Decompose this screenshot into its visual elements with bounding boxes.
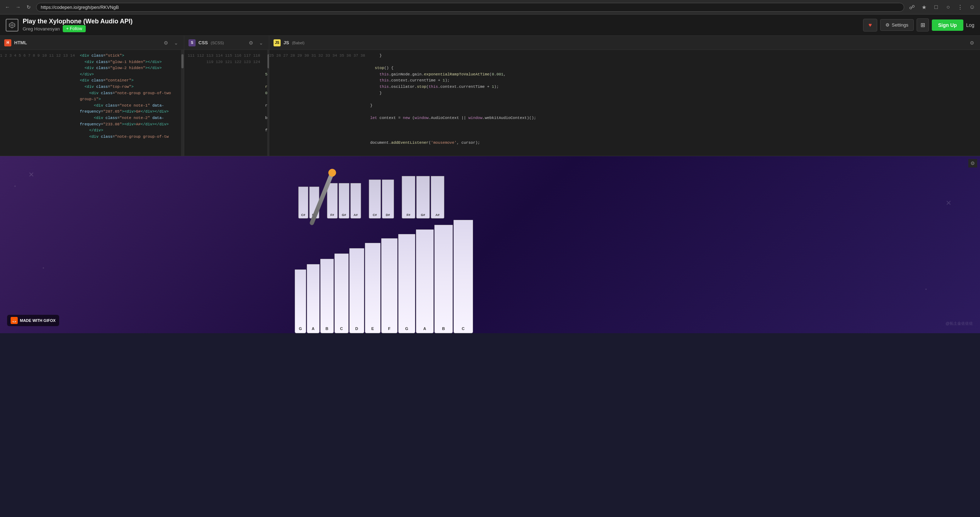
pen-title: Play the Xylophone (Web Audio API) xyxy=(23,18,863,25)
grid-button[interactable]: ⊞ xyxy=(916,18,929,32)
codepen-logo xyxy=(6,19,18,32)
css-collapse-icon[interactable]: ⌄ xyxy=(258,39,265,46)
sharp-label-gs1: G# xyxy=(342,213,346,217)
html-collapse-icon[interactable]: ⌄ xyxy=(173,39,180,46)
pen-info: Play the Xylophone (Web Audio API) Greg … xyxy=(23,18,863,33)
sharp-key-fs1[interactable]: F# xyxy=(327,183,338,219)
back-button[interactable]: ← xyxy=(3,3,12,12)
key-label-g1: G xyxy=(299,327,302,331)
js-sublabel: (Babel) xyxy=(292,41,304,45)
svg-line-1 xyxy=(9,24,12,26)
preview-area: ✕ ● ✕ ● ● C# D# F# G xyxy=(0,156,980,333)
key-c2[interactable]: C xyxy=(453,220,473,333)
key-b1[interactable]: B xyxy=(320,259,334,333)
key-label-f1: F xyxy=(388,327,390,331)
key-label-b1: B xyxy=(326,327,328,331)
refresh-button[interactable]: ↻ xyxy=(24,3,33,12)
deco-dot-1: ✕ xyxy=(29,170,34,179)
sharp-label-as1: A# xyxy=(353,213,358,217)
sharp-key-fs2[interactable]: F# xyxy=(402,176,415,219)
watermark-text: @拓土金佐佐佐 xyxy=(946,321,973,326)
profile-icon[interactable]: ○ xyxy=(943,2,953,12)
gifox-icon: 🦊 xyxy=(11,317,18,324)
login-button[interactable]: Log xyxy=(966,22,974,28)
sharp-key-gs2[interactable]: G# xyxy=(416,176,430,219)
sharp-label-fs1: F# xyxy=(330,213,334,217)
js-editor-content[interactable]: 25 26 27 28 29 30 31 32 33 34 35 36 37 3… xyxy=(269,50,980,156)
deco-dot-4: ● xyxy=(43,266,44,270)
key-g1[interactable]: G xyxy=(295,270,306,333)
user-avatar[interactable]: ☺ xyxy=(967,2,977,12)
key-g2[interactable]: G xyxy=(398,234,415,333)
key-c1[interactable]: C xyxy=(334,254,348,333)
browser-actions: ☍ ★ □ ○ ⋮ ☺ xyxy=(907,2,977,12)
sharp-label-cs1: C# xyxy=(301,213,305,217)
html-settings-icon[interactable]: ⚙ xyxy=(162,39,170,46)
sharp-group-3: C# D# xyxy=(369,179,394,219)
address-bar[interactable]: https://codepen.io/gregh/pen/RKVNgB xyxy=(36,3,904,12)
sharp-label-fs2: F# xyxy=(406,213,410,217)
browser-nav-buttons: ← → ↻ xyxy=(3,3,33,12)
css-panel: S CSS (SCSS) ⚙ ⌄ 111 112 113 114 115 116… xyxy=(184,36,269,156)
sharp-group-2: F# G# A# xyxy=(327,183,361,219)
key-a2[interactable]: A xyxy=(416,230,434,333)
preview-settings-button[interactable]: ⚙ xyxy=(968,159,977,168)
pen-author: Greg Hovanesyan + Follow xyxy=(23,25,863,32)
heart-button[interactable]: ♥ xyxy=(863,19,877,32)
settings-button[interactable]: ⚙ Settings xyxy=(880,19,914,31)
sharp-key-gs1[interactable]: G# xyxy=(339,183,349,219)
sharp-key-as1[interactable]: A# xyxy=(350,183,361,219)
xylophone-stage: C# D# F# G# A# C# xyxy=(291,176,532,333)
sharp-key-cs2[interactable]: C# xyxy=(369,179,381,219)
js-tab: JS JS (Babel) ⚙ xyxy=(269,36,980,50)
css-editor-content[interactable]: 111 112 113 114 115 116 117 118 119 120 … xyxy=(184,50,269,156)
header-actions: ♥ ⚙ Settings ⊞ Sign Up Log xyxy=(863,18,974,32)
star-icon[interactable]: ★ xyxy=(919,2,929,12)
css-line-numbers: 111 112 113 114 115 116 117 118 119 120 … xyxy=(184,50,263,156)
grid-icon: ⊞ xyxy=(921,22,925,28)
forward-button[interactable]: → xyxy=(13,3,23,12)
svg-line-5 xyxy=(9,24,12,26)
css-scrollbar[interactable] xyxy=(267,50,269,156)
sharp-key-as2[interactable]: A# xyxy=(431,176,444,219)
key-d1[interactable]: D xyxy=(349,248,364,333)
author-name: Greg Hovanesyan xyxy=(23,26,60,32)
natural-keys-bottom-row: G A B C D E F G A xyxy=(291,220,532,333)
html-scrollbar[interactable] xyxy=(181,50,184,156)
html-code-text: <div class="stick"> <div class="glow-1 h… xyxy=(78,50,181,156)
key-b2[interactable]: B xyxy=(434,225,453,333)
js-settings-icon[interactable]: ⚙ xyxy=(968,39,976,46)
sharp-label-as2: A# xyxy=(436,213,440,217)
deco-dot-3: ✕ xyxy=(946,199,951,207)
key-f1[interactable]: F xyxy=(381,238,398,333)
css-icon: S xyxy=(188,39,196,46)
svg-line-6 xyxy=(12,24,15,26)
sharp-label-ds2: D# xyxy=(386,213,390,217)
key-a1[interactable]: A xyxy=(307,264,320,333)
html-scrollbar-thumb xyxy=(181,54,183,68)
top-header: Play the Xylophone (Web Audio API) Greg … xyxy=(0,14,980,36)
css-settings-icon[interactable]: ⚙ xyxy=(247,39,255,46)
html-icon: H xyxy=(4,39,11,46)
html-panel: H HTML ⚙ ⌄ 1 2 3 4 5 6 7 8 9 10 11 12 13… xyxy=(0,36,184,156)
gear-icon: ⚙ xyxy=(885,22,890,28)
follow-button[interactable]: + Follow xyxy=(63,25,86,32)
svg-line-2 xyxy=(12,24,15,26)
html-line-numbers: 1 2 3 4 5 6 7 8 9 10 11 12 13 14 xyxy=(0,50,78,156)
signup-button[interactable]: Sign Up xyxy=(932,19,963,31)
settings-icon[interactable]: ⋮ xyxy=(955,2,965,12)
js-code-text: } stop() { this.gainNode.gain.exponentia… xyxy=(368,50,980,156)
css-code-text: none; .glow-1, .gl border-rac 50%; backg… xyxy=(263,50,267,156)
key-label-e1: E xyxy=(371,327,374,331)
html-editor-content[interactable]: 1 2 3 4 5 6 7 8 9 10 11 12 13 14 <div cl… xyxy=(0,50,184,156)
key-label-a1: A xyxy=(312,327,315,331)
key-e1[interactable]: E xyxy=(365,243,380,333)
css-label: CSS xyxy=(199,40,208,45)
sharp-key-cs1[interactable]: C# xyxy=(298,187,308,219)
extensions-icon[interactable]: □ xyxy=(931,2,941,12)
translate-icon[interactable]: ☍ xyxy=(907,2,917,12)
sharp-label-cs2: C# xyxy=(373,213,377,217)
html-label: HTML xyxy=(14,40,27,45)
sharp-key-ds2[interactable]: D# xyxy=(382,179,394,219)
css-tab: S CSS (SCSS) ⚙ ⌄ xyxy=(184,36,269,50)
